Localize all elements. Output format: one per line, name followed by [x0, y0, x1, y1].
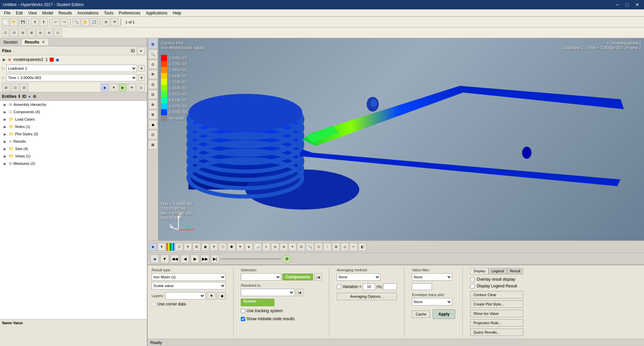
mini-btn4[interactable]: ◆ — [101, 83, 109, 91]
menu-tools[interactable]: Tools — [101, 10, 116, 16]
tree-item-views[interactable]: ▶ 📁 Views (1) — [0, 152, 147, 160]
side-btn9[interactable]: ◆ — [148, 120, 158, 129]
value-filter-input[interactable] — [412, 283, 432, 290]
vp-btn1[interactable]: ◆ — [149, 243, 157, 251]
side-btn1[interactable]: ⊞ — [148, 40, 158, 49]
anim-progress-slider[interactable] — [221, 258, 281, 260]
play-btn1[interactable]: ◆ — [150, 255, 159, 263]
vp-btn15[interactable]: ⊕ — [280, 243, 288, 251]
anim-settings-btn[interactable]: ⚙ — [282, 255, 291, 263]
display-legend-checkbox[interactable] — [470, 284, 475, 288]
toolbar2-btn1[interactable]: ⊡ — [1, 29, 9, 37]
toolbar2-btn6[interactable]: ⊗ — [45, 29, 53, 37]
menu-file[interactable]: File — [1, 10, 13, 16]
vp-btn4[interactable]: ▼ — [184, 243, 192, 251]
mini-btn8[interactable]: ◎ — [137, 83, 145, 91]
new-button[interactable]: 📄 — [1, 18, 9, 26]
tab-results[interactable]: Results ✕ — [21, 39, 49, 45]
side-btn10[interactable]: ⊡ — [148, 130, 158, 139]
close-button[interactable]: ✕ — [633, 2, 641, 7]
menu-view[interactable]: View — [25, 10, 40, 16]
viewport[interactable]: Contour Plot Von Mises(Scalar value) 1: … — [158, 38, 644, 240]
time-dropdown-btn[interactable]: ▼ — [138, 74, 145, 81]
vp-btn6[interactable]: ◼ — [201, 243, 209, 251]
vp-btn17[interactable]: ⊟ — [297, 243, 305, 251]
vp-btn18[interactable]: 🔍 — [306, 243, 314, 251]
loadcase-select[interactable]: Loadcase 1 — [6, 65, 137, 72]
tree-item-loadcases[interactable]: ▶ 📁 Load Cases — [0, 116, 147, 123]
tab-legend[interactable]: Legend — [488, 268, 507, 274]
mini-btn1[interactable]: ⊞ — [2, 83, 10, 91]
loadcase-dropdown-btn[interactable]: ▼ — [138, 65, 145, 72]
tree-item-components[interactable]: ▶ ⊙ Components (4) — [0, 108, 147, 116]
resolved-in-select[interactable] — [241, 289, 294, 296]
anim-play-btn[interactable]: ▶ — [191, 255, 199, 263]
show-iso-value-btn[interactable]: Show Iso Value — [470, 310, 523, 317]
tree-item-results[interactable]: ▶ ⊙ Results — [0, 138, 147, 145]
file-color-btn[interactable]: ● — [137, 47, 145, 55]
tab-result[interactable]: Result — [507, 268, 523, 274]
vp-btn12[interactable]: 📊 — [254, 243, 262, 251]
menu-results[interactable]: Results — [56, 10, 75, 16]
pan-button[interactable]: ✋ — [81, 18, 89, 26]
undo-button[interactable]: ↩ — [52, 18, 60, 26]
zoom-button[interactable]: 🔍 — [72, 18, 80, 26]
toolbar2-btn5[interactable]: ⊕ — [36, 29, 44, 37]
save-button[interactable]: 💾 — [19, 18, 27, 26]
query-results-btn[interactable]: Query Results... — [470, 329, 523, 336]
mini-btn5[interactable]: ▼ — [110, 83, 118, 91]
vp-btn20[interactable]: ↕ — [323, 243, 331, 251]
tab-session[interactable]: Session — [0, 39, 21, 45]
redo-button[interactable]: ↪ — [60, 18, 68, 26]
menu-edit[interactable]: Edit — [13, 10, 25, 16]
vp-btn2[interactable]: ▼ — [158, 243, 166, 251]
envelope-trace-select[interactable]: None — [412, 298, 452, 305]
overlay-checkbox[interactable] — [470, 277, 475, 282]
side-btn3[interactable]: ⊙ — [148, 60, 158, 69]
resolved-nav-btn[interactable]: |◀ — [296, 289, 303, 296]
menu-annotations[interactable]: Annotations — [75, 10, 101, 16]
vp-btn24[interactable]: ◧ — [358, 243, 366, 251]
selection-dropdown[interactable] — [241, 273, 281, 281]
time-select[interactable]: Time = 3.0000e-003 — [6, 74, 137, 81]
scalar-value-select[interactable]: Scalar value — [152, 282, 226, 289]
minimize-button[interactable]: ─ — [614, 2, 621, 7]
tab-results-close[interactable]: ✕ — [42, 40, 45, 45]
apply-button[interactable]: Apply — [433, 309, 455, 319]
export-button[interactable]: ⬆ — [40, 18, 48, 26]
mini-btn2[interactable]: ⊡ — [11, 83, 19, 91]
open-button[interactable]: 📂 — [10, 18, 18, 26]
value-filter-select[interactable]: None — [412, 273, 452, 281]
show-midside-checkbox[interactable] — [241, 317, 245, 321]
anim-btn-arrow1[interactable]: ▼ — [160, 255, 169, 263]
anim-back-btn[interactable]: ◀ — [180, 255, 189, 263]
use-tracking-checkbox[interactable] — [241, 309, 245, 313]
use-corner-data-checkbox[interactable] — [152, 302, 156, 306]
components-btn[interactable]: Components — [282, 274, 313, 280]
vp-btn9[interactable]: ⬟ — [227, 243, 235, 251]
vp-btn21[interactable]: ⊠ — [332, 243, 340, 251]
import-button[interactable]: ⬇ — [31, 18, 39, 26]
cache-button[interactable]: Cache — [412, 310, 430, 318]
vp-btn22[interactable]: ◎ — [341, 243, 349, 251]
mini-btn3[interactable]: ⊟ — [20, 83, 28, 91]
tree-item-measures[interactable]: ▶ ⊛ Measures (2) — [0, 160, 147, 167]
anim-end-btn[interactable]: ▶| — [211, 255, 219, 263]
side-btn11[interactable]: ⊠ — [148, 140, 158, 149]
vp-btn14[interactable]: ⊛ — [271, 243, 279, 251]
anim-fwd-btn[interactable]: ▶▶ — [201, 255, 209, 263]
vp-btn5[interactable]: ⊞ — [193, 243, 201, 251]
side-btn8[interactable]: ⊕ — [148, 110, 158, 119]
tree-item-assembly[interactable]: ▶ ⊛ Assembly Hierarchy — [0, 101, 147, 108]
rotate-button[interactable]: 🔄 — [90, 18, 98, 26]
tab-display[interactable]: Display — [470, 268, 488, 274]
tree-item-plotstyles[interactable]: ▶ 📁 Plot Styles (3) — [0, 130, 147, 138]
vp-btn16[interactable]: ✦ — [288, 243, 297, 251]
vp-btn19[interactable]: ⊡ — [315, 243, 323, 251]
toolbar2-btn3[interactable]: ⊞ — [19, 29, 27, 37]
maximize-button[interactable]: □ — [624, 2, 631, 7]
view-button[interactable]: 👁 — [111, 18, 119, 26]
vp-btn10[interactable]: ▼ — [236, 243, 244, 251]
variation-input[interactable] — [363, 283, 375, 290]
side-btn7[interactable]: ⊛ — [148, 100, 158, 109]
